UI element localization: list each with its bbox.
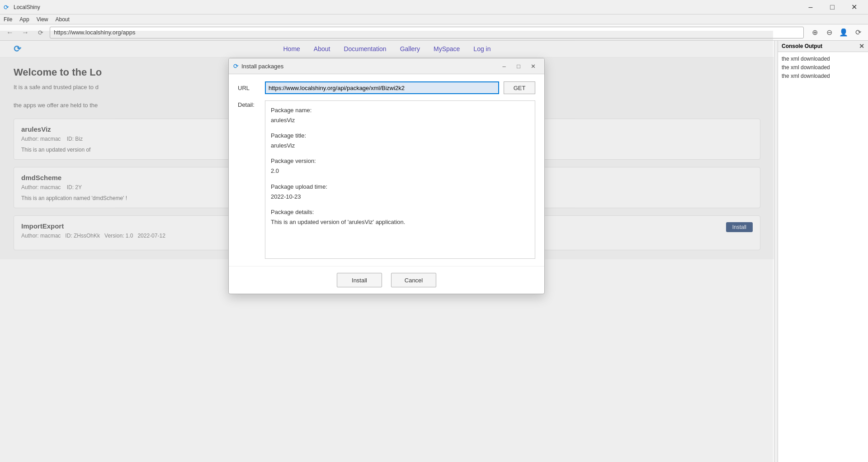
detail-row: Detail: Package name: arulesViz Package … [238,100,535,259]
menu-bar: File App View About [0,14,868,24]
console-line-2: the xml downloaded [782,63,864,72]
toolbar-right: ⊕ ⊖ 👤 ⟳ [808,26,864,39]
dialog-cancel-button[interactable]: Cancel [391,273,436,287]
menu-file[interactable]: File [4,16,12,23]
detail-label: Detail: [238,100,260,259]
zoom-out-button[interactable]: ⊖ [823,26,835,39]
dialog-close-button[interactable]: ✕ [526,61,540,71]
window-controls: – □ ✕ [800,0,864,14]
package-upload-label: Package upload time: [271,182,529,192]
package-title-label: Package title: [271,131,529,141]
maximize-button[interactable]: □ [822,0,843,14]
close-button[interactable]: ✕ [844,0,864,14]
console-line-1: the xml downloaded [782,55,864,63]
dialog-maximize-button[interactable]: □ [512,61,525,71]
dialog-title: Install packages [241,63,495,70]
console-body: the xml downloaded the xml downloaded th… [778,52,868,462]
package-details-value: This is an updated version of 'arulesViz… [271,217,529,227]
user-button[interactable]: 👤 [837,26,850,39]
console-line-3: the xml downloaded [782,72,864,81]
dialog-body: URL GET Detail: Package name: arulesViz … [229,74,544,266]
title-bar: ⟳ LocalShiny – □ ✕ [0,0,868,14]
scrollbar-track[interactable] [774,41,778,462]
menu-view[interactable]: View [37,16,48,23]
package-name-label: Package name: [271,105,529,115]
package-title-value: arulesViz [271,141,529,151]
package-details-label: Package details: [271,207,529,217]
url-input[interactable] [265,81,499,94]
dialog-minimize-button[interactable]: – [497,61,511,71]
right-panel: Console Output ✕ the xml downloaded the … [774,41,868,462]
package-version-value: 2.0 [271,166,529,176]
refresh-button[interactable]: ⟳ [852,26,864,39]
main-layout: ⟳ Home About Documentation Gallery MySpa… [0,41,868,462]
dialog-install-button[interactable]: Install [337,273,382,287]
app-title: LocalShiny [14,4,800,10]
dialog-title-bar: ⟳ Install packages – □ ✕ [229,58,544,74]
dialog-app-icon: ⟳ [233,62,239,70]
package-version-label: Package version: [271,156,529,166]
detail-content: Package name: arulesViz Package title: a… [265,100,535,259]
minimize-button[interactable]: – [800,0,821,14]
zoom-in-button[interactable]: ⊕ [808,26,821,39]
console-panel: Console Output ✕ the xml downloaded the … [778,41,868,462]
url-row: URL GET [238,81,535,94]
get-button[interactable]: GET [504,81,535,94]
console-header: Console Output ✕ [778,41,868,52]
console-close-button[interactable]: ✕ [859,43,864,50]
dialog-overlay: ⟳ Install packages – □ ✕ URL GET [0,41,773,462]
console-title: Console Output [782,43,822,49]
url-label: URL [238,85,260,91]
menu-about[interactable]: About [56,16,70,23]
dialog-controls: – □ ✕ [497,61,540,71]
package-upload-value: 2022-10-23 [271,192,529,202]
app-icon: ⟳ [4,4,11,11]
dialog-footer: Install Cancel [229,266,544,294]
install-packages-dialog: ⟳ Install packages – □ ✕ URL GET [228,58,545,294]
browser-content: ⟳ Home About Documentation Gallery MySpa… [0,41,774,462]
package-name-value: arulesViz [271,115,529,125]
menu-app[interactable]: App [19,16,29,23]
